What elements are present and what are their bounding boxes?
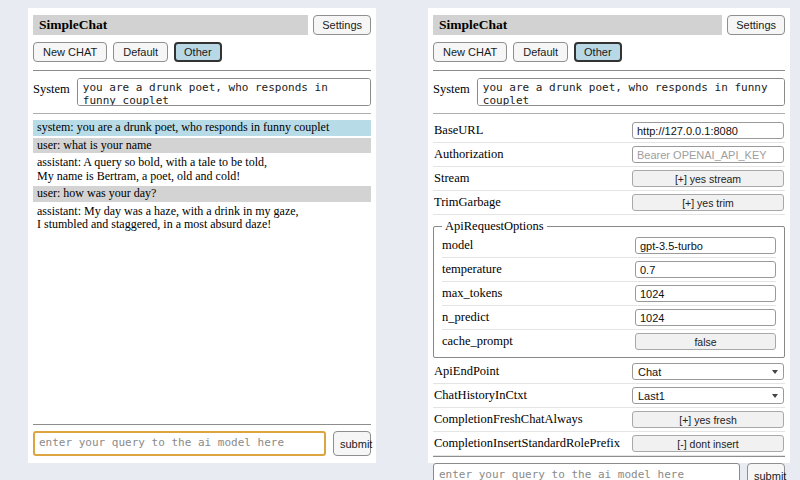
page-title: SimpleChat xyxy=(33,15,308,35)
chat-message-assistant: assistant: A query so bold, with a tale … xyxy=(33,155,371,184)
chat-message-system: system: you are a drunk poet, who respon… xyxy=(33,120,371,136)
cache-prompt-toggle-button[interactable]: false xyxy=(635,333,776,350)
trimgarbage-label: TrimGarbage xyxy=(434,195,501,210)
chat-history: system: you are a drunk poet, who respon… xyxy=(33,120,371,235)
session-row: New CHAT Default Other xyxy=(33,42,371,62)
chat-panel: SimpleChat Settings New CHAT Default Oth… xyxy=(28,8,376,463)
chevron-down-icon xyxy=(772,394,778,398)
n-predict-field[interactable] xyxy=(635,309,776,326)
title-row: SimpleChat Settings xyxy=(33,15,371,35)
divider xyxy=(433,456,785,457)
query-input[interactable] xyxy=(433,463,740,480)
completion-fresh-label: CompletionFreshChatAlways xyxy=(434,412,583,427)
max-tokens-field[interactable] xyxy=(635,285,776,302)
setting-row-temperature: temperature xyxy=(442,258,776,282)
new-chat-button[interactable]: New CHAT xyxy=(33,42,107,62)
model-field[interactable] xyxy=(635,237,776,254)
settings-button[interactable]: Settings xyxy=(313,15,371,35)
system-prompt-label: System xyxy=(33,78,70,97)
settings-button[interactable]: Settings xyxy=(727,15,785,35)
divider xyxy=(33,70,371,71)
setting-row-completion-insert: CompletionInsertStandardRolePrefix [-] d… xyxy=(433,432,785,456)
submit-button[interactable]: submit xyxy=(333,431,371,456)
chat-history-in-ctxt-label: ChatHistoryInCtxt xyxy=(434,388,527,403)
model-label: model xyxy=(442,238,473,253)
setting-row-api-endpoint: ApiEndPoint Chat xyxy=(433,360,785,384)
setting-row-chat-history-in-ctxt: ChatHistoryInCtxt Last1 xyxy=(433,384,785,408)
api-endpoint-label: ApiEndPoint xyxy=(434,364,499,379)
api-endpoint-value: Chat xyxy=(638,366,661,378)
stream-toggle-button[interactable]: [+] yes stream xyxy=(632,170,784,187)
setting-row-cache-prompt: cache_prompt false xyxy=(442,330,776,353)
query-row: submit xyxy=(33,431,371,456)
setting-row-completion-fresh: CompletionFreshChatAlways [+] yes fresh xyxy=(433,408,785,432)
stream-label: Stream xyxy=(434,171,469,186)
setting-row-n-predict: n_predict xyxy=(442,306,776,330)
system-prompt-row: System you are a drunk poet, who respond… xyxy=(33,78,371,106)
chat-message-user: user: what is your name xyxy=(33,138,371,154)
query-input[interactable] xyxy=(33,431,326,456)
query-footer: submit xyxy=(33,424,371,456)
session-tab-default[interactable]: Default xyxy=(513,42,568,62)
setting-row-model: model xyxy=(442,234,776,258)
submit-button[interactable]: submit xyxy=(747,463,785,480)
setting-row-max-tokens: max_tokens xyxy=(442,282,776,306)
query-footer: submit xyxy=(433,456,785,480)
chat-history-in-ctxt-select[interactable]: Last1 xyxy=(632,387,784,404)
cache-prompt-label: cache_prompt xyxy=(442,334,513,349)
chat-message-assistant: assistant: My day was a haze, with a dri… xyxy=(33,204,371,233)
new-chat-button[interactable]: New CHAT xyxy=(433,42,507,62)
authorization-field[interactable] xyxy=(632,146,784,163)
baseurl-field[interactable] xyxy=(632,122,784,139)
api-request-options-fieldset: ApiRequestOptions model temperature max_… xyxy=(433,219,785,358)
settings-panel: SimpleChat Settings New CHAT Default Oth… xyxy=(428,8,790,463)
completion-insert-toggle-button[interactable]: [-] dont insert xyxy=(632,435,784,452)
divider xyxy=(433,70,785,71)
system-prompt-row: System you are a drunk poet, who respond… xyxy=(433,78,785,106)
divider xyxy=(433,113,785,114)
title-row: SimpleChat Settings xyxy=(433,15,785,35)
completion-insert-label: CompletionInsertStandardRolePrefix xyxy=(434,436,620,451)
session-tab-default[interactable]: Default xyxy=(113,42,168,62)
chat-history-in-ctxt-value: Last1 xyxy=(638,390,665,402)
authorization-label: Authorization xyxy=(434,147,503,162)
n-predict-label: n_predict xyxy=(442,310,489,325)
divider xyxy=(33,113,371,114)
system-prompt-label: System xyxy=(433,78,470,97)
system-prompt-input[interactable]: you are a drunk poet, who responds in fu… xyxy=(477,78,785,106)
setting-row-authorization: Authorization xyxy=(433,143,785,167)
session-tab-other[interactable]: Other xyxy=(174,42,222,62)
api-endpoint-select[interactable]: Chat xyxy=(632,363,784,380)
query-row: submit xyxy=(433,463,785,480)
api-request-options-legend: ApiRequestOptions xyxy=(442,219,547,234)
chat-message-user: user: how was your day? xyxy=(33,186,371,202)
temperature-field[interactable] xyxy=(635,261,776,278)
completion-fresh-toggle-button[interactable]: [+] yes fresh xyxy=(632,411,784,428)
chevron-down-icon xyxy=(772,370,778,374)
page-title: SimpleChat xyxy=(433,15,722,35)
setting-row-stream: Stream [+] yes stream xyxy=(433,167,785,191)
temperature-label: temperature xyxy=(442,262,502,277)
settings-list: BaseURL Authorization Stream [+] yes str… xyxy=(433,119,785,456)
trimgarbage-toggle-button[interactable]: [+] yes trim xyxy=(632,194,784,211)
system-prompt-input[interactable]: you are a drunk poet, who responds in fu… xyxy=(77,78,371,106)
session-row: New CHAT Default Other xyxy=(433,42,785,62)
max-tokens-label: max_tokens xyxy=(442,286,502,301)
baseurl-label: BaseURL xyxy=(434,123,483,138)
divider xyxy=(33,424,371,425)
setting-row-trimgarbage: TrimGarbage [+] yes trim xyxy=(433,191,785,215)
session-tab-other[interactable]: Other xyxy=(574,42,622,62)
setting-row-baseurl: BaseURL xyxy=(433,119,785,143)
